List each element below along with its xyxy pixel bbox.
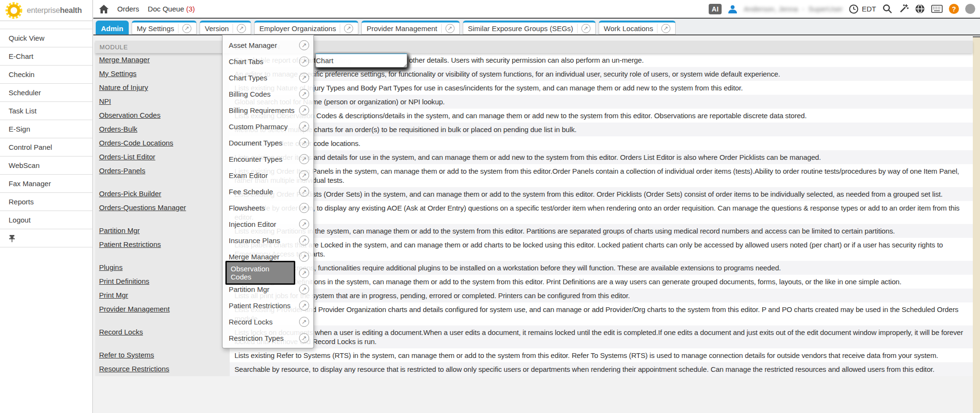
- chart-dropdown-menu: Asset Manager ↗ Chart Tabs ↗ Chart Types…: [222, 35, 314, 348]
- user-icon[interactable]: [728, 4, 737, 14]
- chart-menu-item[interactable]: Observation Codes ↗: [223, 265, 313, 281]
- ai-badge[interactable]: AI: [709, 4, 722, 14]
- chart-menu-item[interactable]: Chart Types ↗: [223, 69, 313, 86]
- chart-menu-item[interactable]: Fee Schedule ↗: [223, 183, 313, 200]
- avatar-circle[interactable]: [965, 4, 975, 14]
- current-user-label[interactable]: Anderson, Jenna - SuperUser: [744, 5, 843, 13]
- module-link[interactable]: NPI: [99, 97, 111, 105]
- chart-menu-item[interactable]: Document Types ↗: [223, 134, 313, 151]
- module-link[interactable]: Orders-Questions Manager: [99, 203, 186, 212]
- open-in-new-icon[interactable]: ↗: [299, 268, 309, 278]
- module-link[interactable]: Orders-Code Locations: [99, 139, 173, 147]
- tab[interactable]: Employer Organizations ↗: [254, 21, 358, 34]
- module-cell: Plugins: [95, 261, 230, 275]
- open-in-new-icon[interactable]: ↗: [299, 219, 309, 229]
- module-link[interactable]: My Settings: [99, 69, 136, 78]
- module-cell: Merge Manager: [95, 53, 230, 67]
- open-in-new-icon[interactable]: ↗: [299, 56, 309, 67]
- open-in-new-icon[interactable]: ↗: [299, 170, 309, 180]
- sidebar-item[interactable]: Checkin: [0, 66, 92, 84]
- vertical-scrollbar[interactable]: [973, 36, 980, 413]
- sidebar-item[interactable]: E-Sign: [0, 120, 92, 138]
- module-link[interactable]: Patient Restrictions: [99, 240, 161, 248]
- chart-menu-item[interactable]: Billing Requirements ↗: [223, 102, 313, 118]
- module-link[interactable]: Merge Manager: [99, 56, 150, 64]
- description-cell: Certain modules, screens, functionalitie…: [230, 261, 973, 275]
- tab[interactable]: Similar Exposure Groups (SEGs) ↗: [463, 21, 596, 34]
- module-link[interactable]: Observation Codes: [99, 111, 160, 119]
- chart-menu-item[interactable]: Patient Restrictions ↗: [223, 297, 313, 313]
- module-link[interactable]: Resource Restrictions: [99, 365, 169, 373]
- chart-menu-item[interactable]: Flowsheets ↗: [223, 200, 313, 216]
- chart-menu-item[interactable]: Custom Pharmacy ↗: [223, 118, 313, 134]
- description-cell: An editor to manage specific preference …: [230, 67, 973, 81]
- module-link[interactable]: Orders-List Editor: [99, 153, 156, 161]
- open-in-new-icon[interactable]: ↗: [299, 203, 309, 213]
- tab[interactable]: Provider Management ↗: [361, 21, 460, 34]
- open-in-new-icon[interactable]: ↗: [299, 154, 309, 164]
- table-row: Resource Restrictions Searchable by reso…: [95, 362, 973, 376]
- open-in-new-icon[interactable]: ↗: [299, 89, 309, 99]
- open-in-new-icon[interactable]: ↗: [299, 235, 309, 246]
- open-in-new-icon[interactable]: ↗: [299, 40, 309, 50]
- module-link[interactable]: Orders-Pick Builder: [99, 190, 161, 198]
- sidebar-item[interactable]: Reports: [0, 193, 92, 211]
- tab[interactable]: My Settings ↗: [132, 21, 197, 34]
- top-bar-actions: AI Anderson, Jenna - SuperUser EDT: [709, 4, 980, 14]
- nav-doc-queue-link[interactable]: Doc Queue (3): [148, 5, 195, 13]
- module-link[interactable]: Orders-Bulk: [99, 125, 137, 133]
- sidebar-item[interactable]: Control Panel: [0, 138, 92, 156]
- help-icon[interactable]: ?: [949, 4, 959, 14]
- open-in-new-icon[interactable]: ↗: [299, 301, 309, 311]
- search-icon[interactable]: [882, 4, 892, 14]
- home-icon[interactable]: [99, 5, 109, 13]
- chart-menu-item[interactable]: Encounter Types ↗: [223, 151, 313, 167]
- open-in-new-icon[interactable]: ↗: [299, 333, 309, 343]
- chart-menu-item[interactable]: Chart Tabs ↗: [223, 53, 313, 69]
- nav-orders-link[interactable]: Orders: [117, 5, 139, 13]
- module-link[interactable]: Record Locks: [99, 328, 143, 336]
- module-link[interactable]: Print Mgr: [99, 291, 128, 299]
- sidebar-item[interactable]: E-Chart: [0, 47, 92, 66]
- magic-wand-icon[interactable]: [899, 4, 909, 14]
- module-cell: Partition Mgr: [95, 224, 230, 238]
- sidebar-item[interactable]: Task List: [0, 102, 92, 120]
- open-in-new-icon[interactable]: ↗: [299, 105, 309, 115]
- sidebar-item[interactable]: Fax Manager: [0, 175, 92, 193]
- open-in-new-icon[interactable]: ↗: [299, 73, 309, 83]
- module-cell: Nature of Injury: [95, 81, 230, 95]
- module-link[interactable]: Partition Mgr: [99, 226, 140, 234]
- tab[interactable]: Chart ↗: [315, 54, 407, 67]
- chart-menu-item[interactable]: Record Locks ↗: [223, 313, 313, 330]
- globe-icon[interactable]: [915, 4, 925, 14]
- open-in-new-icon[interactable]: ↗: [299, 122, 309, 132]
- chart-menu-item[interactable]: Insurance Plans ↗: [223, 232, 313, 248]
- open-in-new-icon[interactable]: ↗: [299, 138, 309, 148]
- module-link[interactable]: Plugins: [99, 263, 122, 271]
- chart-menu-item[interactable]: Billing Codes ↗: [223, 86, 313, 102]
- clock-icon[interactable]: [849, 4, 858, 14]
- tab[interactable]: Version ↗: [200, 21, 251, 34]
- module-link[interactable]: Orders-Panels: [99, 167, 145, 175]
- sidebar-item[interactable]: Logout: [0, 211, 92, 229]
- chart-menu-item[interactable]: Injection Editor ↗: [223, 216, 313, 232]
- sidebar-item[interactable]: Quick View: [0, 29, 92, 47]
- open-in-new-icon[interactable]: ↗: [299, 284, 309, 294]
- chart-menu-item[interactable]: Restriction Types ↗: [223, 330, 313, 346]
- open-in-new-icon[interactable]: ↗: [299, 317, 309, 327]
- module-link[interactable]: Print Definitions: [99, 277, 149, 285]
- chart-menu-item[interactable]: Exam Editor ↗: [223, 167, 313, 183]
- open-in-new-icon[interactable]: ↗: [299, 187, 309, 197]
- module-link[interactable]: Provider Management: [99, 305, 170, 313]
- keyboard-icon[interactable]: [931, 5, 943, 13]
- sidebar-item[interactable]: WebScan: [0, 156, 92, 175]
- module-link[interactable]: Nature of Injury: [99, 83, 148, 91]
- open-in-new-icon[interactable]: ↗: [299, 252, 309, 262]
- sidebar-item[interactable]: Scheduler: [0, 84, 92, 102]
- tab[interactable]: Work Locations ↗: [599, 21, 676, 34]
- chart-menu-item[interactable]: Asset Manager ↗: [223, 37, 313, 53]
- pushpin-icon[interactable]: [9, 234, 15, 242]
- description-cell: Method to select multiple charts for an …: [230, 123, 973, 136]
- tab[interactable]: Admin ↗: [96, 21, 129, 34]
- module-link[interactable]: Refer to Systems: [99, 351, 154, 359]
